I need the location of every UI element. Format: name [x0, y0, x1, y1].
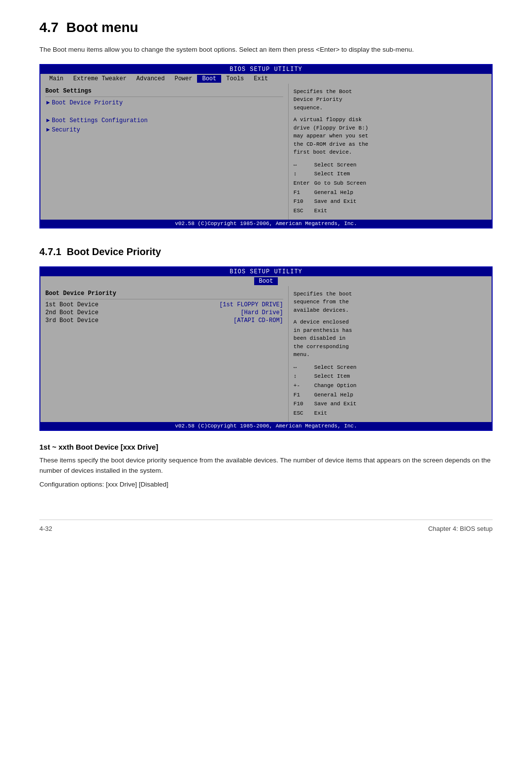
device-row-3rd[interactable]: 3rd Boot Device [ATAPI CD-ROM] — [45, 317, 283, 324]
device-row-1st[interactable]: 1st Boot Device [1st FLOPPY DRIVE] — [45, 301, 283, 308]
footer: 4-32 Chapter 4: BIOS setup — [39, 520, 493, 532]
section-boot-device-priority: 4.7.1 Boot Device Priority BIOS SETUP UT… — [39, 246, 493, 490]
bios-navbar-1: Main Extreme Tweaker Advanced Power Boot… — [40, 74, 492, 84]
nav-tools[interactable]: Tools — [221, 75, 249, 83]
dev-label-1st: 1st Boot Device — [45, 301, 99, 308]
footer-chapter: Chapter 4: BIOS setup — [428, 525, 493, 532]
dev-value-3rd: [ATAPI CD-ROM] — [233, 317, 283, 324]
subsection-title: 4.7.1 Boot Device Priority — [39, 246, 493, 258]
bios-item-boot-device-priority[interactable]: ► Boot Device Priority — [45, 99, 283, 107]
dev-value-2nd: [Hard Drive] — [240, 309, 283, 316]
security-label: Security — [52, 127, 80, 133]
arrow-icon-3: ► — [46, 127, 50, 133]
bios-screen-2: BIOS SETUP UTILITY Boot Boot Device Prio… — [39, 266, 493, 431]
dev-value-1st: [1st FLOPPY DRIVE] — [219, 301, 283, 308]
boot-device-priority-label: Boot Device Priority — [52, 99, 123, 106]
bios-content-1: Boot Settings ► Boot Device Priority ► B… — [40, 84, 492, 220]
bios-item-boot-settings-config[interactable]: ► Boot Settings Configuration — [45, 117, 283, 125]
nav-exit[interactable]: Exit — [249, 75, 273, 83]
bios-topbar-2: BIOS SETUP UTILITY — [40, 267, 492, 276]
section-title: 4.7 Boot menu — [39, 20, 493, 35]
dev-label-2nd: 2nd Boot Device — [45, 309, 99, 316]
section-boot-menu: 4.7 Boot menu The Boot menu items allow … — [39, 20, 493, 228]
bios-topbar-1: BIOS SETUP UTILITY — [40, 65, 492, 74]
footer-page-number: 4-32 — [39, 525, 52, 532]
bios-right-2: Specifies the bootsequence from theavail… — [289, 286, 492, 422]
bios-left-1: Boot Settings ► Boot Device Priority ► B… — [40, 84, 289, 220]
bios-left-2: Boot Device Priority 1st Boot Device [1s… — [40, 286, 289, 422]
nav-power[interactable]: Power — [169, 75, 197, 83]
dev-label-3rd: 3rd Boot Device — [45, 317, 99, 324]
bios-section-label-1: Boot Settings — [45, 88, 283, 95]
bios-right-text-1b: A virtual floppy diskdrive (Floppy Drive… — [294, 116, 487, 157]
nav-boot-2[interactable]: Boot — [254, 277, 278, 285]
bios-right-text-2b: A device enclosedin parenthesis hasbeen … — [294, 318, 487, 359]
subsubsection-title: 1st ~ xxth Boot Device [xxx Drive] — [39, 443, 493, 451]
bios-item-security[interactable]: ► Security — [45, 126, 283, 134]
body-text-2: Configuration options: [xxx Drive] [Disa… — [39, 479, 493, 490]
device-row-2nd[interactable]: 2nd Boot Device [Hard Drive] — [45, 309, 283, 316]
section-intro: The Boot menu items allow you to change … — [39, 44, 493, 55]
arrow-icon-2: ► — [46, 117, 50, 124]
nav-extreme-tweaker[interactable]: Extreme Tweaker — [68, 75, 132, 83]
arrow-icon-1: ► — [46, 99, 50, 106]
bios-keys-1: ↔Select Screen ↕Select Item EnterGo to S… — [294, 161, 487, 216]
bios-navbar-2: Boot — [40, 276, 492, 286]
bios-right-text-1a: Specifies the BootDevice Prioritysequenc… — [294, 88, 487, 112]
bios-bottombar-1: v02.58 (C)Copyright 1985-2006, American … — [40, 220, 492, 228]
bios-bottombar-2: v02.58 (C)Copyright 1985-2006, American … — [40, 422, 492, 430]
body-text-1: These items specify the boot device prio… — [39, 455, 493, 476]
bios-screen-1: BIOS SETUP UTILITY Main Extreme Tweaker … — [39, 64, 493, 228]
bios-section-label-2: Boot Device Priority — [45, 290, 283, 297]
bios-keys-2: ↔Select Screen ↕Select Item +-Change Opt… — [294, 363, 487, 418]
bios-right-1: Specifies the BootDevice Prioritysequenc… — [289, 84, 492, 220]
nav-advanced[interactable]: Advanced — [132, 75, 170, 83]
nav-boot[interactable]: Boot — [197, 75, 221, 83]
bios-content-2: Boot Device Priority 1st Boot Device [1s… — [40, 286, 492, 422]
boot-settings-config-label: Boot Settings Configuration — [52, 117, 147, 124]
nav-main[interactable]: Main — [44, 75, 68, 83]
bios-right-text-2a: Specifies the bootsequence from theavail… — [294, 290, 487, 315]
